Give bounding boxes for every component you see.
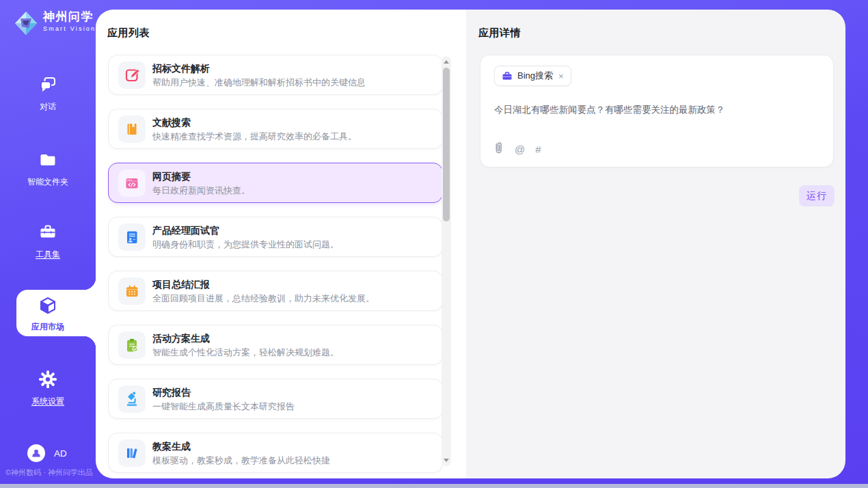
- app-card[interactable]: 项目总结汇报 全面回顾项目进展，总结经验教训，助力未来优化发展。: [108, 271, 443, 311]
- chip-close-button[interactable]: ×: [558, 71, 564, 81]
- app-card[interactable]: 招标文件解析 帮助用户快速、准确地理解和解析招标书中的关键信息: [108, 55, 443, 95]
- app-card-title: 产品经理面试官: [152, 224, 339, 236]
- tool-chip-label: Bing搜索: [517, 70, 553, 82]
- main-container: 应用列表 招标文件解析 帮助用户快速、准确地理解和解析招标书中的关键信息: [96, 10, 845, 478]
- sidebar-item-tools[interactable]: 工具集: [0, 223, 96, 260]
- app-card-title: 招标文件解析: [152, 62, 366, 74]
- app-card[interactable]: 教案生成 模板驱动，教案秒成，教学准备从此轻松快捷: [108, 433, 443, 473]
- app-card-title: 网页摘要: [152, 170, 250, 182]
- toolbox-icon: [38, 223, 57, 245]
- window-bottom-edge: [0, 484, 868, 488]
- cube-icon: [38, 295, 58, 318]
- app-card-title: 文献搜索: [152, 116, 357, 128]
- sidebar-item-settings[interactable]: 系统设置: [0, 370, 96, 407]
- prompt-input[interactable]: 今日湖北有哪些新闻要点？有哪些需要关注的最新政策？: [494, 103, 819, 116]
- app-card-desc: 明确身份和职责，为您提供专业性的面试问题。: [152, 239, 339, 250]
- run-button[interactable]: 运行: [799, 185, 835, 206]
- app-detail-panel: 应用详情 Bing搜索 × 今日湖北有哪些新闻要点？有哪些需要关注的最新政策？: [466, 10, 845, 478]
- app-card-desc: 一键智能生成高质量长文本研究报告: [152, 401, 295, 412]
- app-card-title: 研究报告: [152, 386, 295, 398]
- app-card-title: 教案生成: [152, 440, 330, 452]
- app-card[interactable]: 活动方案生成 智能生成个性化活动方案，轻松解决规划难题。: [108, 325, 443, 365]
- prompt-card: Bing搜索 × 今日湖北有哪些新闻要点？有哪些需要关注的最新政策？ @ #: [480, 55, 834, 167]
- app-card-desc: 全面回顾项目进展，总结经验教训，助力未来优化发展。: [152, 293, 375, 304]
- scrollbar-thumb[interactable]: [443, 68, 450, 221]
- tool-chip[interactable]: Bing搜索 ×: [494, 66, 571, 86]
- app-icon-tile: [118, 116, 146, 143]
- user-row[interactable]: AD: [27, 444, 67, 462]
- app-card-desc: 快速精准查找学术资源，提高研究效率的必备工具。: [152, 131, 357, 142]
- paperclip-icon: [492, 141, 504, 155]
- attach-button[interactable]: [492, 141, 504, 158]
- app-icon-tile: [118, 170, 146, 197]
- app-detail-title: 应用详情: [478, 27, 521, 40]
- calendar-icon: [124, 283, 140, 299]
- microscope-icon: [124, 391, 140, 407]
- app-card-desc: 每日政府新闻资讯快查。: [152, 185, 250, 196]
- app-list: 招标文件解析 帮助用户快速、准确地理解和解析招标书中的关键信息 文献搜索 快速精…: [108, 55, 443, 474]
- user-name: AD: [54, 448, 67, 459]
- clipboard-check-icon: [124, 337, 140, 353]
- app-icon-tile: [118, 62, 146, 89]
- document-edit-icon: [124, 67, 140, 83]
- sidebar-item-market[interactable]: 应用市场: [0, 295, 96, 333]
- copyright: ©神州数码 · 神州问学出品: [5, 467, 93, 478]
- app-icon-tile: [118, 277, 146, 305]
- logo-diamond-icon: [14, 10, 38, 39]
- app-card[interactable]: 产品经理面试官 明确身份和职责，为您提供专业性的面试问题。: [108, 217, 443, 257]
- app-icon-tile: [118, 385, 146, 413]
- book-icon: [124, 121, 140, 137]
- sidebar-item-label: 系统设置: [31, 396, 64, 407]
- sidebar-item-label: 应用市场: [31, 321, 64, 333]
- sidebar-item-label: 智能文件夹: [27, 176, 68, 188]
- app-card[interactable]: 文献搜索 快速精准查找学术资源，提高研究效率的必备工具。: [108, 109, 443, 149]
- folder-icon: [38, 150, 57, 172]
- books-icon: [124, 445, 140, 461]
- app-card-desc: 模板驱动，教案秒成，教学准备从此轻松快捷: [152, 455, 330, 466]
- gear-icon: [38, 370, 57, 392]
- app-card-selected[interactable]: 网页摘要 每日政府新闻资讯快查。: [108, 163, 443, 203]
- app-icon-tile: [118, 223, 146, 251]
- app-window: { "brand": { "title": "神州问学", "subtitle"…: [0, 0, 868, 488]
- scrollbar-up-button[interactable]: [444, 60, 449, 64]
- sidebar-item-label: 工具集: [36, 249, 60, 260]
- brand-title: 神州问学: [43, 10, 96, 24]
- app-card-desc: 帮助用户快速、准确地理解和解析招标书中的关键信息: [152, 77, 366, 88]
- app-list-panel: 应用列表 招标文件解析 帮助用户快速、准确地理解和解析招标书中的关键信息: [96, 10, 466, 478]
- app-card-desc: 智能生成个性化活动方案，轻松解决规划难题。: [152, 347, 339, 358]
- chat-icon: [38, 75, 57, 97]
- mention-button[interactable]: @: [515, 144, 525, 156]
- browser-code-icon: [124, 175, 140, 191]
- sidebar-item-chat[interactable]: 对话: [0, 75, 96, 113]
- app-icon-tile: [118, 331, 146, 359]
- app-card[interactable]: 研究报告 一键智能生成高质量长文本研究报告: [108, 379, 443, 419]
- user-icon: [29, 446, 43, 460]
- scrollbar-down-button[interactable]: [444, 459, 449, 462]
- briefcase-icon: [502, 70, 513, 81]
- topic-button[interactable]: #: [535, 144, 541, 156]
- app-list-title: 应用列表: [107, 27, 150, 40]
- sidebar-item-label: 对话: [40, 101, 56, 113]
- resume-icon: [124, 229, 140, 245]
- app-card-title: 活动方案生成: [152, 332, 339, 344]
- app-icon-tile: [118, 439, 146, 467]
- sidebar-item-folders[interactable]: 智能文件夹: [0, 150, 96, 188]
- prompt-toolbar: @ #: [492, 141, 541, 158]
- logo: 神州问学 Smart Vision: [14, 10, 96, 39]
- brand-subtitle: Smart Vision: [43, 25, 96, 32]
- list-scrollbar[interactable]: [442, 56, 451, 466]
- avatar[interactable]: [27, 444, 45, 462]
- app-card-title: 项目总结汇报: [152, 278, 375, 290]
